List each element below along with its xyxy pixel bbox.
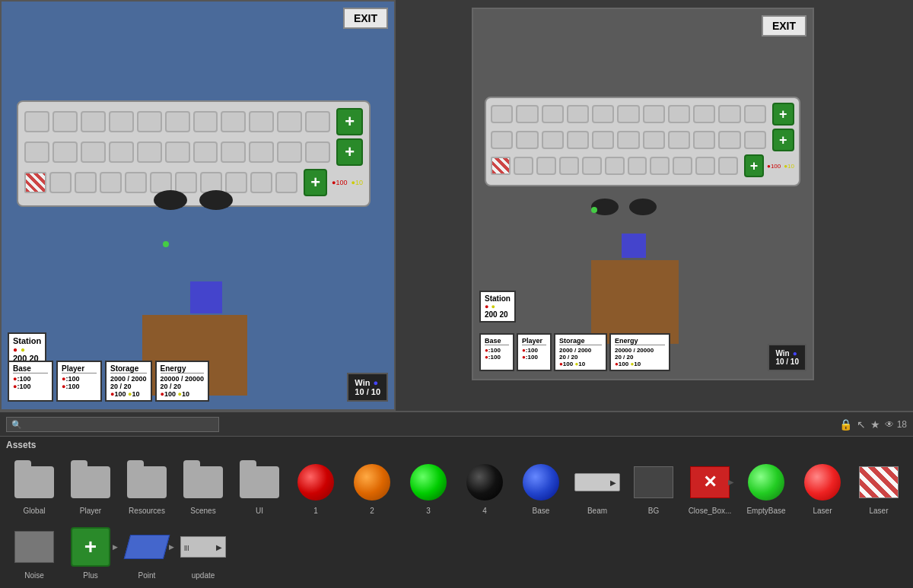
asset-close-box[interactable]: ✕ ▶ Close_Box... [682,456,738,518]
inv-slot-r[interactable] [643,131,665,149]
asset-beam[interactable]: ▶ Beam [569,456,625,518]
inv-slot[interactable] [221,141,246,163]
inv-slot[interactable] [81,141,106,163]
inv-slot[interactable] [249,111,274,132]
inv-slot-r[interactable] [536,157,556,175]
asset-3[interactable]: 3 [400,456,456,518]
inv-slot-r[interactable] [491,105,513,123]
inv-slot-r[interactable] [542,105,564,123]
inv-slot-r[interactable] [617,131,639,149]
asset-2[interactable]: 2 [344,456,400,518]
inv-slot-r[interactable] [592,105,614,123]
inv-slot-r[interactable] [567,105,589,123]
inv-slot[interactable] [137,111,162,132]
search-input[interactable] [6,417,219,432]
inv-slot-r[interactable] [617,105,639,123]
inv-slot-r[interactable] [673,157,692,175]
inv-slot-r[interactable] [650,157,670,175]
inv-slot-r[interactable] [516,131,538,149]
inv-slot[interactable] [193,141,218,163]
inv-slot[interactable] [250,172,272,193]
inv-slot-r[interactable] [718,131,740,149]
inv-slot[interactable] [221,111,246,132]
inv-slot[interactable] [75,172,97,193]
inv-slot[interactable] [52,111,78,132]
inv-slot-r[interactable] [542,131,564,149]
asset-emptybase[interactable]: EmptyBase [738,456,794,518]
asset-base[interactable]: Base [513,456,569,518]
asset-point[interactable]: ▶ Point [119,521,175,583]
star-icon[interactable]: ★ [870,418,880,431]
add-row3r-button[interactable]: + [744,154,764,177]
asset-scenes[interactable]: Scenes [175,456,231,518]
inv-slot[interactable] [277,141,302,163]
inv-slot[interactable] [165,111,190,132]
asset-player[interactable]: Player [62,456,119,518]
inv-slot-r[interactable] [582,157,602,175]
inv-slot[interactable] [24,141,49,163]
inv-slot[interactable] [109,111,134,132]
inv-slot[interactable] [249,141,274,163]
inv-slot-r[interactable] [695,157,715,175]
inv-slot[interactable] [225,172,247,193]
cursor-icon[interactable]: ↖ [857,418,866,431]
inv-slot-r[interactable] [592,131,614,149]
inv-slot-r[interactable] [516,105,538,123]
asset-bg[interactable]: BG [625,456,682,518]
inv-slot-r[interactable] [605,157,625,175]
inv-slot-r[interactable] [559,157,579,175]
inv-slot-r[interactable] [693,131,715,149]
inv-slot[interactable] [24,111,49,132]
inv-slot-r[interactable] [514,157,533,175]
add-row1-button[interactable]: + [336,108,363,135]
inv-slot-r[interactable] [668,131,690,149]
asset-laser1[interactable]: Laser [794,456,851,518]
inv-slot[interactable] [81,111,106,132]
asset-1[interactable]: 1 [288,456,344,518]
asset-4[interactable]: 4 [456,456,513,518]
inv-slot[interactable] [52,141,78,163]
close-box-icon: ✕ ▶ [690,466,730,498]
add-row2r-button[interactable]: + [772,129,794,151]
inv-slot[interactable] [305,111,330,132]
inv-slot[interactable] [137,141,162,163]
inv-slot-r[interactable] [693,105,715,123]
add-row2-button[interactable]: + [336,138,363,166]
inv-slot[interactable] [305,141,330,163]
add-row3-button[interactable]: + [304,169,327,196]
asset-update[interactable]: ||| ▶ update [175,521,231,583]
sphere-laser-icon [804,464,841,501]
lock-icon[interactable]: 🔒 [839,418,852,431]
inv-slot[interactable] [125,172,147,193]
inv-slot[interactable] [165,141,190,163]
inv-slot[interactable] [175,172,197,193]
inv-slot-r[interactable] [643,105,665,123]
inv-slot-r[interactable] [567,131,589,149]
inv-slot-r[interactable] [628,157,647,175]
inv-slot-r[interactable] [744,131,766,149]
inv-slot[interactable] [109,141,134,163]
inv-slot-r[interactable] [718,105,740,123]
inv-slot-r[interactable] [744,105,766,123]
asset-resources[interactable]: Resources [119,456,175,518]
asset-plus[interactable]: + ▶ Plus [62,521,119,583]
stripe-slot-r [491,157,511,175]
inv-slot-r[interactable] [491,131,513,149]
exit-button-left[interactable]: EXIT [343,8,388,29]
add-row1r-button[interactable]: + [772,103,794,126]
inv-slot-r[interactable] [668,105,690,123]
asset-ui[interactable]: UI [231,456,288,518]
asset-noise[interactable]: Noise [6,521,62,583]
inv-slot[interactable] [275,172,297,193]
eye-icon[interactable]: 👁 18 [885,419,907,430]
folder-resources-icon [127,466,167,498]
inv-slot[interactable] [193,111,218,132]
inv-slot[interactable] [100,172,122,193]
asset-global[interactable]: Global [6,456,62,518]
inv-slot-r[interactable] [718,157,738,175]
beam-arrow-icon: ▶ [610,478,616,487]
exit-button-right[interactable]: EXIT [762,15,806,37]
inv-slot[interactable] [49,172,72,193]
asset-laser2[interactable]: Laser [851,456,907,518]
inv-slot[interactable] [277,111,302,132]
